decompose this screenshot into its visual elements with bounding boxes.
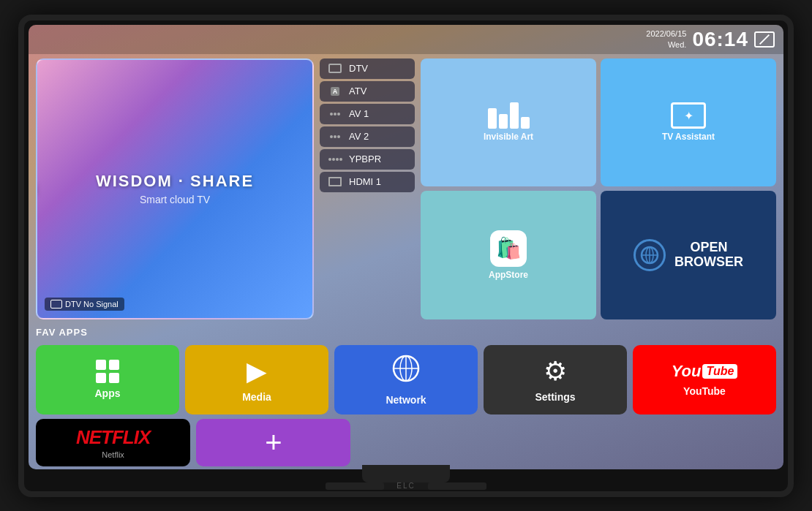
- tv-assistant-label: TV Assistant: [662, 132, 715, 142]
- media-label: Media: [242, 391, 271, 403]
- settings-label: Settings: [535, 391, 575, 403]
- hero-signal-text: DTV No Signal: [65, 300, 119, 309]
- tv-screen: 2022/06/15 Wed. 06:14 ‹ WISDOM · SHARE S…: [29, 25, 783, 469]
- dtv-badge-icon: [50, 300, 62, 309]
- dtv-label: DTV: [349, 63, 368, 74]
- tile-appstore[interactable]: 🛍️ AppStore: [421, 191, 596, 319]
- bottom-apps-row: Apps ▶ Media: [29, 345, 783, 419]
- hero-signal-badge: DTV No Signal: [45, 298, 124, 311]
- network-label: Network: [386, 394, 426, 406]
- input-item-hdmi1[interactable]: HDMI 1: [320, 172, 415, 192]
- date-info: 2022/06/15 Wed.: [646, 29, 686, 50]
- atv-icon: A: [327, 86, 343, 97]
- input-item-dtv[interactable]: DTV: [320, 58, 415, 79]
- input-item-av1[interactable]: AV 1: [320, 104, 415, 124]
- top-bar: 2022/06/15 Wed. 06:14: [29, 25, 783, 54]
- apps-label: Apps: [95, 387, 121, 399]
- apps-grid-icon: [96, 360, 119, 383]
- date-text: 2022/06/15: [646, 29, 686, 39]
- network-icon: [391, 354, 421, 390]
- input-item-ypbpr[interactable]: YPBPR: [320, 149, 415, 170]
- screen-content: 2022/06/15 Wed. 06:14 ‹ WISDOM · SHARE S…: [29, 25, 783, 469]
- open-browser-icon: [634, 239, 666, 271]
- input-panel: DTV A ATV AV 1: [320, 58, 415, 319]
- top-app-tiles: Invisible Art TV Assistant 🛍️ AppStore: [421, 58, 776, 319]
- tile-apps[interactable]: Apps: [36, 345, 179, 415]
- day-text: Wed.: [646, 39, 686, 50]
- settings-icon: ⚙: [544, 356, 567, 387]
- tv-assistant-icon: [671, 102, 706, 129]
- tv-foot-right: [428, 482, 486, 490]
- nav-arrow-left[interactable]: ‹: [36, 177, 38, 200]
- tile-netflix[interactable]: NETFLIX Netflix: [36, 419, 190, 466]
- appstore-label: AppStore: [489, 270, 528, 280]
- add-icon: +: [265, 428, 282, 457]
- netflix-label: Netflix: [102, 450, 124, 459]
- tile-invisible-art[interactable]: Invisible Art: [421, 58, 596, 187]
- youtube-logo: YouTube: [672, 362, 738, 381]
- dtv-icon: [327, 63, 343, 75]
- ypbpr-label: YPBPR: [349, 154, 381, 164]
- appstore-icon: 🛍️: [490, 230, 527, 267]
- tile-youtube[interactable]: YouTube YouTube: [633, 345, 776, 415]
- invisible-art-icon: [488, 102, 530, 129]
- tile-media[interactable]: ▶ Media: [185, 345, 328, 415]
- tv-foot-left: [326, 482, 384, 490]
- av1-label: AV 1: [349, 108, 369, 119]
- tile-open-browser[interactable]: OPENBROWSER: [601, 191, 776, 319]
- youtube-label: YouTube: [683, 385, 726, 397]
- fav-apps-label: FAV APPS: [36, 327, 776, 338]
- hdmi1-label: HDMI 1: [349, 176, 381, 187]
- third-row-spacer: [356, 419, 776, 466]
- hero-subtitle: Smart cloud TV: [140, 194, 210, 205]
- third-row: NETFLIX Netflix +: [29, 419, 783, 469]
- hdmi1-icon: [327, 176, 343, 188]
- input-item-av2[interactable]: AV 2: [320, 126, 415, 147]
- tile-network[interactable]: Network: [334, 345, 478, 415]
- netflix-text: NETFLIX: [76, 426, 150, 449]
- invisible-art-label: Invisible Art: [484, 132, 533, 142]
- input-item-atv[interactable]: A ATV: [320, 81, 415, 102]
- ypbpr-icon: [327, 154, 343, 165]
- av1-icon: [327, 108, 343, 120]
- tile-add[interactable]: +: [196, 419, 350, 466]
- tv-stand: [362, 465, 450, 482]
- fav-apps-section: FAV APPS: [29, 324, 783, 345]
- main-area: ‹ WISDOM · SHARE Smart cloud TV DTV No S…: [29, 54, 783, 324]
- tile-settings[interactable]: ⚙ Settings: [484, 345, 627, 415]
- av2-icon: [327, 131, 343, 143]
- av2-label: AV 2: [349, 131, 369, 142]
- open-browser-text: OPENBROWSER: [674, 241, 743, 270]
- atv-label: ATV: [349, 86, 366, 96]
- top-bar-right: 2022/06/15 Wed. 06:14: [646, 28, 775, 51]
- hero-panel[interactable]: ‹ WISDOM · SHARE Smart cloud TV DTV No S…: [36, 58, 314, 319]
- signal-icon: [754, 31, 775, 48]
- tile-tv-assistant[interactable]: TV Assistant: [601, 58, 776, 187]
- tv-frame: 2022/06/15 Wed. 06:14 ‹ WISDOM · SHARE S…: [18, 15, 794, 497]
- media-icon: ▶: [247, 356, 267, 387]
- hero-title: WISDOM · SHARE: [96, 172, 254, 191]
- time-display: 06:14: [692, 28, 748, 51]
- brand-label: ELC: [396, 482, 415, 490]
